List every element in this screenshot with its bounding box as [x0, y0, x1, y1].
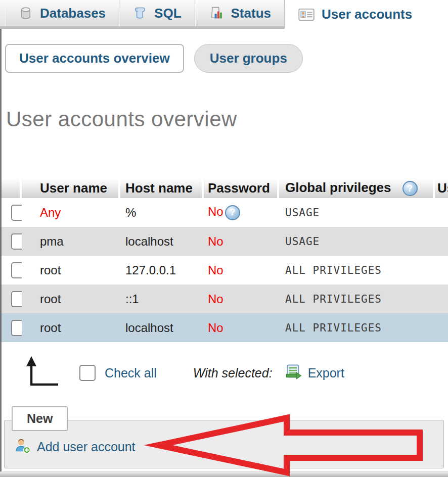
window-bottom-bar — [0, 471, 448, 477]
sql-icon — [133, 6, 147, 20]
password-cell: No — [204, 313, 279, 342]
status-icon — [209, 6, 224, 20]
user-name-cell: root — [22, 256, 120, 284]
host-name-cell: localhost — [120, 313, 204, 342]
password-value: No — [208, 205, 223, 218]
table-row[interactable]: root ::1 No ALL PRIVILEGES — [0, 284, 448, 313]
page-title: User accounts overview — [6, 107, 448, 131]
table-row[interactable]: root localhost No ALL PRIVILEGES — [0, 313, 448, 342]
new-fieldset: New Add user account — [4, 420, 444, 468]
password-cell: No — [204, 284, 279, 313]
help-icon[interactable]: ? — [225, 205, 240, 220]
with-selected-label: With selected: — [193, 366, 273, 380]
check-all-label[interactable]: Check all — [105, 366, 157, 380]
top-tab-bar: Databases SQL Status — [0, 0, 448, 29]
export-label: Export — [308, 366, 344, 380]
export-button[interactable]: Export — [286, 364, 344, 381]
users-table: User name Host name Password Global priv… — [0, 178, 448, 342]
host-name-cell: localhost — [120, 227, 204, 256]
users-table-wrap: User name Host name Password Global priv… — [0, 178, 448, 342]
table-row[interactable]: pma localhost No USAGE — [0, 227, 448, 256]
user-name-cell: root — [22, 284, 120, 313]
user-name-cell: root — [22, 313, 120, 342]
privileges-cell: ALL PRIVILEGES — [279, 284, 435, 313]
table-row[interactable]: root 127.0.0.1 No ALL PRIVILEGES — [0, 256, 448, 284]
tab-status-label: Status — [231, 6, 271, 21]
help-icon[interactable]: ? — [402, 181, 418, 196]
new-legend: New — [12, 406, 68, 431]
user-accounts-icon — [298, 8, 315, 21]
add-user-icon — [15, 438, 31, 456]
tab-databases-label: Databases — [40, 6, 106, 21]
check-all-checkbox[interactable] — [79, 365, 96, 381]
privileges-cell: USAGE — [279, 198, 435, 227]
window-left-edge — [0, 29, 2, 472]
col-password: Password — [204, 178, 279, 198]
privileges-cell: USAGE — [279, 227, 435, 256]
database-icon — [19, 6, 33, 20]
export-icon — [286, 364, 303, 381]
tabbar-spacer — [0, 0, 5, 26]
privileges-cell: ALL PRIVILEGES — [279, 256, 435, 284]
col-global-privileges: Global privileges? — [279, 178, 435, 198]
host-name-cell: 127.0.0.1 — [120, 256, 204, 284]
tab-databases[interactable]: Databases — [5, 0, 119, 26]
tab-status[interactable]: Status — [195, 0, 285, 26]
row-checkbox[interactable] — [11, 291, 22, 307]
subnav-user-accounts-overview[interactable]: User accounts overview — [5, 44, 184, 73]
password-cell: No — [204, 227, 279, 256]
subnav: User accounts overview User groups — [5, 44, 448, 73]
row-checkbox[interactable] — [11, 233, 22, 250]
subnav-user-groups[interactable]: User groups — [194, 44, 303, 73]
password-cell: No — [204, 256, 279, 284]
user-name-cell: pma — [22, 227, 120, 256]
col-global-privileges-label: Global privileges — [285, 180, 391, 195]
col-user-name: User name — [22, 178, 120, 198]
add-user-account-label: Add user account — [37, 440, 136, 454]
col-user-group: User group — [435, 178, 448, 198]
password-cell: No? — [204, 198, 279, 227]
phpmyadmin-user-accounts-page: Databases SQL Status — [0, 0, 448, 477]
row-checkbox[interactable] — [11, 205, 22, 221]
table-footer-controls: Check all With selected: Export — [0, 355, 448, 391]
row-checkbox[interactable] — [11, 320, 22, 336]
checkbox-column-header — [0, 178, 22, 198]
user-name-cell: Any — [22, 198, 120, 227]
host-name-cell: % — [120, 198, 204, 227]
col-host-name: Host name — [120, 178, 204, 198]
table-row[interactable]: Any % No? USAGE — [0, 198, 448, 227]
table-header-row: User name Host name Password Global priv… — [0, 178, 448, 198]
tab-user-accounts-label: User accounts — [322, 7, 412, 22]
host-name-cell: ::1 — [120, 284, 204, 313]
select-rows-arrow-icon — [23, 355, 59, 391]
row-checkbox[interactable] — [11, 262, 22, 278]
tab-sql-label: SQL — [154, 6, 181, 21]
privileges-cell: ALL PRIVILEGES — [279, 313, 435, 342]
tab-sql[interactable]: SQL — [119, 0, 195, 26]
tab-user-accounts[interactable]: User accounts — [285, 0, 448, 29]
